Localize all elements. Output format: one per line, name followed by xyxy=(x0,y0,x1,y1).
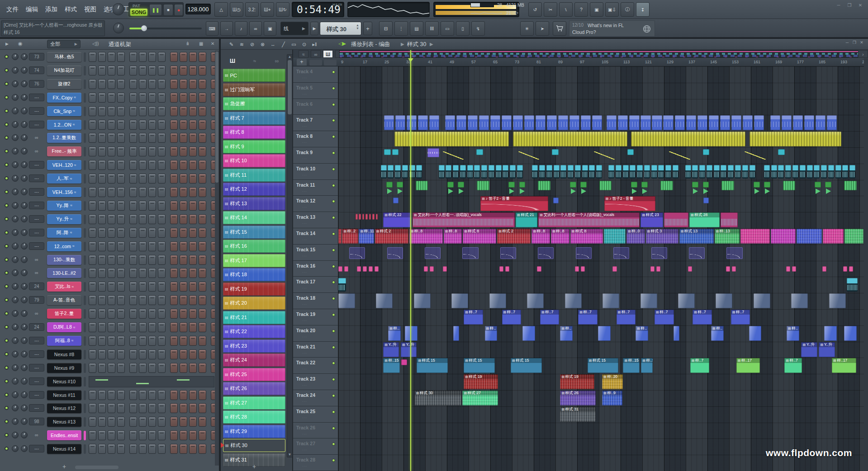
channel-pan-knob[interactable] xyxy=(12,445,19,452)
step-cell[interactable] xyxy=(199,120,206,130)
step-cell[interactable] xyxy=(139,52,147,62)
audio-clip[interactable] xyxy=(721,212,738,227)
step-cell[interactable] xyxy=(129,241,137,251)
step-cell[interactable] xyxy=(148,268,156,278)
channel-volume-knob[interactable] xyxy=(21,67,28,74)
pattern-item[interactable]: ▤样式 9 xyxy=(223,140,285,153)
step-cell[interactable] xyxy=(98,52,106,62)
clip[interactable] xyxy=(338,278,346,292)
channel-pan-knob[interactable] xyxy=(12,283,19,290)
pattern-item[interactable]: ▤样式 14 xyxy=(223,211,285,224)
clip[interactable] xyxy=(418,115,428,130)
clip[interactable] xyxy=(407,115,417,130)
step-cell[interactable] xyxy=(89,52,96,62)
track-led[interactable] xyxy=(332,151,335,155)
step-cell[interactable] xyxy=(98,295,106,305)
pl-close-icon[interactable]: ✕ xyxy=(859,40,865,47)
channel-select-strip[interactable] xyxy=(84,160,86,170)
touch-icon[interactable]: ✳ xyxy=(520,21,534,36)
step-cell[interactable] xyxy=(108,133,115,143)
track-header[interactable]: Track 14--- xyxy=(293,228,338,245)
step-cell[interactable] xyxy=(180,214,187,224)
channel-led[interactable] xyxy=(5,82,9,86)
step-cell[interactable] xyxy=(148,66,156,75)
step-cell[interactable] xyxy=(180,390,187,400)
step-cell[interactable] xyxy=(117,133,125,143)
step-cell[interactable] xyxy=(139,228,147,238)
channel-select-strip[interactable] xyxy=(84,80,86,89)
channel-name-button[interactable]: 马林..色5 xyxy=(47,52,81,62)
channel-pan-knob[interactable] xyxy=(12,256,19,263)
tab-pattern-piano[interactable]: Ш xyxy=(227,56,238,66)
step-cell[interactable] xyxy=(108,160,115,170)
clip[interactable] xyxy=(459,188,464,194)
pattern-selector[interactable]: 样式 30 ▲▼ xyxy=(320,22,361,35)
playlist-window-icon[interactable]: ⊟ xyxy=(379,21,393,36)
step-cell[interactable] xyxy=(89,146,96,156)
clip[interactable]: 样..2 xyxy=(342,229,358,244)
clip[interactable] xyxy=(458,182,464,188)
track-header[interactable]: Track 6--- xyxy=(293,99,338,115)
clip[interactable] xyxy=(338,266,342,272)
clip[interactable] xyxy=(658,165,664,179)
channel-target-display[interactable]: --- xyxy=(29,337,44,344)
channel-target-display[interactable]: --- xyxy=(29,242,44,250)
channel-target-display[interactable]: 24 xyxy=(29,323,44,331)
channel-pan-knob[interactable] xyxy=(12,53,19,60)
clip[interactable]: 样式 26 xyxy=(560,391,596,405)
step-cell[interactable] xyxy=(189,120,197,130)
clip[interactable] xyxy=(571,188,576,194)
channel-target-display[interactable]: 79 xyxy=(29,296,44,304)
step-cell[interactable] xyxy=(189,268,197,278)
channel-led[interactable] xyxy=(5,217,9,221)
channel-pan-knob[interactable] xyxy=(12,121,19,128)
channel-pan-knob[interactable] xyxy=(12,94,19,101)
channel-target-display[interactable]: 74 xyxy=(29,66,44,74)
maximize-icon[interactable]: ❐ xyxy=(845,3,854,9)
step-cell[interactable] xyxy=(199,241,206,251)
step-cell[interactable] xyxy=(89,295,96,305)
pattern-item[interactable]: ▤急促擦 xyxy=(223,97,285,110)
clip[interactable] xyxy=(456,115,466,130)
step-cell[interactable] xyxy=(158,282,166,292)
pattern-item[interactable]: ▤样式 28 xyxy=(223,410,285,424)
step-cell[interactable] xyxy=(199,79,206,89)
news-panel[interactable]: 12/10 What's new in FL Cloud Pro? xyxy=(569,20,655,37)
clip[interactable] xyxy=(785,165,791,179)
menu-0[interactable]: 文件 xyxy=(3,0,22,19)
track-lane[interactable]: 样..15样式 15样式 15样式 15样式 15样..15样..5样..7样.… xyxy=(338,358,864,373)
add-pattern-button[interactable]: + xyxy=(249,463,260,470)
clip[interactable] xyxy=(849,266,853,272)
clip[interactable] xyxy=(357,266,361,272)
step-cell[interactable] xyxy=(148,187,156,197)
step-cell[interactable] xyxy=(108,106,115,116)
step-cell[interactable] xyxy=(89,160,96,170)
step-cell[interactable] xyxy=(199,214,206,224)
step-cell[interactable] xyxy=(139,160,147,170)
clip[interactable] xyxy=(560,165,566,179)
add-channel-button[interactable]: + xyxy=(59,463,70,470)
channel-target-display[interactable]: --- xyxy=(29,350,44,358)
step-cell[interactable] xyxy=(170,120,178,130)
track-led[interactable] xyxy=(332,346,335,349)
channel-target-display[interactable]: 76 xyxy=(29,80,44,88)
step-cell[interactable] xyxy=(189,228,197,238)
clip[interactable] xyxy=(674,326,679,341)
clip[interactable]: 样..7 xyxy=(578,310,598,325)
clip[interactable] xyxy=(489,293,506,308)
clip[interactable] xyxy=(721,181,734,190)
step-cell[interactable] xyxy=(129,79,137,89)
step-cell[interactable] xyxy=(129,255,137,265)
step-cell[interactable] xyxy=(170,228,178,238)
clip[interactable] xyxy=(726,266,730,272)
step-cell[interactable] xyxy=(148,444,156,454)
step-cell[interactable] xyxy=(108,363,115,373)
channel-select-strip[interactable] xyxy=(84,215,86,224)
clip[interactable] xyxy=(703,182,709,188)
clip[interactable] xyxy=(582,165,588,179)
step-cell[interactable] xyxy=(158,390,166,400)
step-cell[interactable] xyxy=(180,133,187,143)
clip[interactable]: 样..7 xyxy=(690,358,710,373)
track-header[interactable]: Track 20--- xyxy=(293,325,338,342)
clip[interactable] xyxy=(665,165,671,179)
